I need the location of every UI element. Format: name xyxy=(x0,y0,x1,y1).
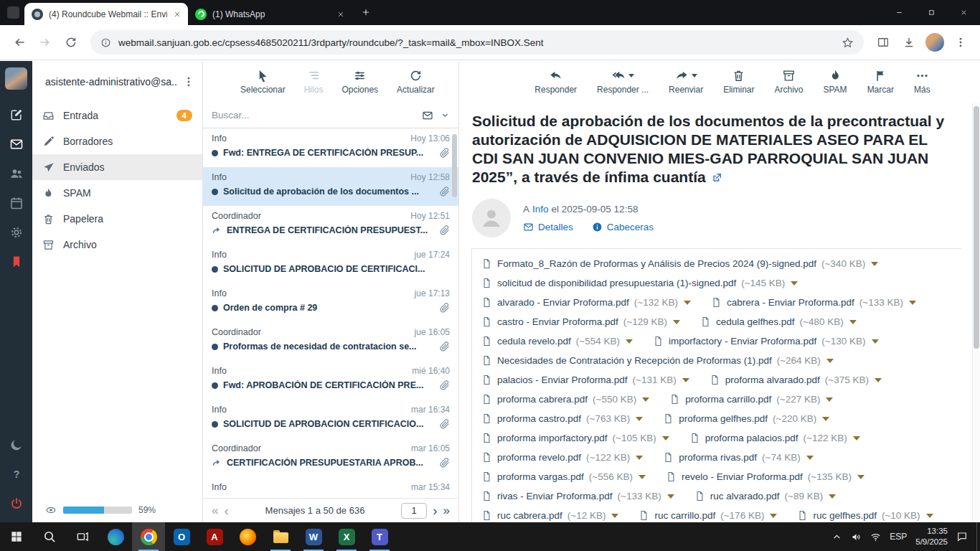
mail-nav-button[interactable] xyxy=(0,129,32,159)
calendar-nav-button[interactable] xyxy=(0,188,32,217)
attachment-menu-caret-icon[interactable] xyxy=(684,301,691,305)
more-button[interactable]: Más xyxy=(908,67,936,97)
minimize-button[interactable] xyxy=(883,0,915,25)
list-scrollbar-thumb[interactable] xyxy=(452,134,457,197)
attachment-name-link[interactable]: proforma gelfhes.pdf xyxy=(679,413,768,424)
attachment-menu-caret-icon[interactable] xyxy=(639,475,646,479)
last-page-button[interactable] xyxy=(443,504,450,517)
settings-nav-button[interactable] xyxy=(0,217,32,247)
attachment-name-link[interactable]: solicitud de disponibilidad presupuestar… xyxy=(497,278,736,288)
attachment-menu-caret-icon[interactable] xyxy=(791,281,798,286)
select-button[interactable]: Seleccionar xyxy=(235,67,291,97)
message-row[interactable]: Info mié 16:40 Fwd: APROBACIÓN DE CERTIF… xyxy=(203,361,458,400)
back-button[interactable] xyxy=(7,30,32,55)
hidden-icons-chevron[interactable] xyxy=(831,532,842,542)
search-input[interactable] xyxy=(212,110,415,121)
task-view-button[interactable] xyxy=(66,522,99,551)
attachment-name-link[interactable]: ruc alvarado.pdf xyxy=(710,491,780,501)
attachment-name-link[interactable]: proforma cabrera.pdf xyxy=(497,394,588,405)
first-page-button[interactable] xyxy=(212,504,218,517)
maximize-button[interactable] xyxy=(915,0,948,25)
mark-button[interactable]: Marcar xyxy=(862,67,900,97)
site-info-icon[interactable] xyxy=(100,37,111,48)
action-center-icon[interactable] xyxy=(956,531,968,542)
options-button[interactable]: Opciones xyxy=(336,67,384,97)
taskbar-edge[interactable] xyxy=(99,522,132,551)
volume-icon[interactable] xyxy=(851,532,862,542)
help-button[interactable] xyxy=(0,459,32,489)
attachment-name-link[interactable]: cedula revelo.pdf xyxy=(497,336,571,347)
attachment-menu-caret-icon[interactable] xyxy=(926,514,933,518)
taskbar-word[interactable] xyxy=(297,522,330,551)
darkmode-button[interactable] xyxy=(0,430,32,459)
attachment-name-link[interactable]: alvarado - Enviar Proforma.pdf xyxy=(497,297,629,308)
taskbar-chrome[interactable] xyxy=(132,522,165,551)
attachment-name-link[interactable]: rivas - Enviar Proforma.pdf xyxy=(497,491,613,501)
logout-button[interactable] xyxy=(0,489,32,518)
attachment-menu-caret-icon[interactable] xyxy=(826,397,833,402)
message-row[interactable]: Coordinador mar 16:05 CERTIFICACIÓN PRES… xyxy=(203,438,458,477)
attachment-menu-caret-icon[interactable] xyxy=(662,436,669,441)
refresh-button[interactable]: Actualizar xyxy=(391,67,440,97)
address-bar[interactable]: webmail.sanjuan.gob.ec/cpsess4685020211/… xyxy=(90,30,864,55)
attachment-name-link[interactable]: castro - Enviar Proforma.pdf xyxy=(497,316,618,327)
next-page-button[interactable] xyxy=(433,504,437,517)
page-number-input[interactable] xyxy=(401,503,427,519)
workspace-avatar[interactable] xyxy=(5,67,27,90)
taskbar-firefox[interactable] xyxy=(231,522,264,551)
compose-button[interactable] xyxy=(0,100,32,129)
message-row[interactable]: Coordinador Hoy 12:51 ENTREGA DE CERTIFI… xyxy=(203,206,458,245)
attachment-name-link[interactable]: ruc carrillo.pdf xyxy=(654,510,715,521)
message-row[interactable]: Info jue 17:24 SOLICITUD DE APROBACIO DE… xyxy=(203,245,458,283)
attachment-menu-caret-icon[interactable] xyxy=(636,417,643,421)
tab-close-icon[interactable] xyxy=(173,10,182,19)
attachment-name-link[interactable]: proforma alvarado.pdf xyxy=(725,375,820,385)
clock[interactable]: 13:35 5/9/2025 xyxy=(915,526,948,547)
attachment-name-link[interactable]: revelo - Enviar Proforma.pdf xyxy=(682,471,803,482)
folder-enviados[interactable]: Enviados xyxy=(32,154,202,180)
bookmark-star-icon[interactable] xyxy=(842,37,854,49)
external-link-icon[interactable] xyxy=(711,172,722,184)
message-row[interactable]: Info Hoy 13:06 Fwd: ENTREGA DE CERTIFICA… xyxy=(203,128,458,167)
language-indicator[interactable]: ESP xyxy=(890,532,907,542)
reader-scrollbar[interactable] xyxy=(972,103,980,522)
show-desktop-strip[interactable] xyxy=(976,522,980,551)
attachment-menu-caret-icon[interactable] xyxy=(822,417,829,421)
attachment-name-link[interactable]: proforma castro.pdf xyxy=(497,413,581,424)
reader-scrollbar-thumb[interactable] xyxy=(974,106,979,349)
archive-button[interactable]: Archivo xyxy=(768,67,809,97)
attachment-menu-caret-icon[interactable] xyxy=(829,494,836,499)
dropdown-caret-icon[interactable] xyxy=(628,74,634,77)
attachment-name-link[interactable]: proforma vargas.pdf xyxy=(497,471,584,482)
attachment-name-link[interactable]: proforma revelo.pdf xyxy=(497,452,581,463)
attachment-menu-caret-icon[interactable] xyxy=(673,320,680,324)
attachment-menu-caret-icon[interactable] xyxy=(682,378,689,382)
search-scope-envelope-icon[interactable] xyxy=(422,110,433,121)
attachment-name-link[interactable]: imporfactory - Enviar Proforma.pdf xyxy=(669,336,816,347)
attachment-name-link[interactable]: cabrera - Enviar Proforma.pdf xyxy=(727,297,854,308)
details-toggle[interactable]: Detalles xyxy=(523,222,573,232)
new-tab-button[interactable] xyxy=(356,2,376,22)
start-button[interactable] xyxy=(0,522,33,551)
attachment-name-link[interactable]: proforma carrillo.pdf xyxy=(685,394,771,405)
tab-close-icon[interactable] xyxy=(336,10,345,19)
attachment-menu-caret-icon[interactable] xyxy=(806,456,814,460)
attachment-menu-caret-icon[interactable] xyxy=(626,339,633,344)
addon-nav-button[interactable] xyxy=(0,247,32,276)
message-row[interactable]: Info mar 16:34 SOLICITUD DE APROBACION C… xyxy=(203,400,458,438)
attachment-menu-caret-icon[interactable] xyxy=(909,301,916,305)
message-row[interactable]: Info Hoy 12:58 Solicitud de aprobación d… xyxy=(203,167,458,206)
prev-page-button[interactable] xyxy=(224,504,228,517)
attachment-menu-caret-icon[interactable] xyxy=(611,514,618,518)
folder-entrada[interactable]: Entrada 4 xyxy=(32,103,202,128)
taskbar-outlook[interactable] xyxy=(165,522,198,551)
attachment-menu-caret-icon[interactable] xyxy=(826,359,834,363)
attachment-menu-caret-icon[interactable] xyxy=(849,320,857,324)
attachment-menu-caret-icon[interactable] xyxy=(875,378,882,382)
taskbar-acrobat[interactable] xyxy=(198,522,231,551)
attachment-name-link[interactable]: proforma imporfactory.pdf xyxy=(497,433,608,443)
delete-button[interactable]: Eliminar xyxy=(717,67,760,97)
attachment-menu-caret-icon[interactable] xyxy=(642,397,649,402)
attachment-name-link[interactable]: proforma palacios.pdf xyxy=(705,433,798,443)
folder-borradores[interactable]: Borradores xyxy=(32,128,202,154)
